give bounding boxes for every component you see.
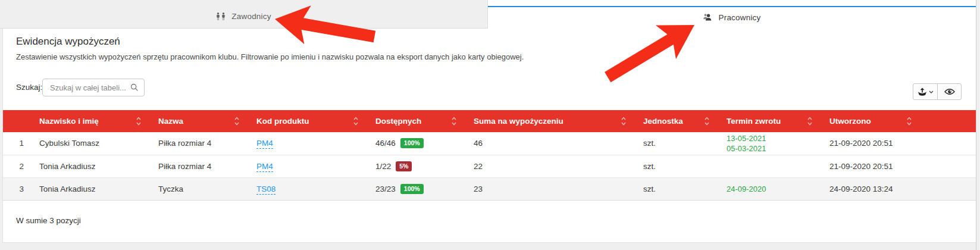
search-label: Szukaj: (16, 83, 42, 92)
tab-zawodnicy[interactable]: Zawodnicy (0, 0, 488, 29)
due-date: 05-03-2021 (727, 143, 818, 154)
sort-icon (705, 117, 709, 126)
table-row: 3 Tonia Arkadiusz Tyczka TS08 23/23100% … (3, 177, 976, 200)
cell-created: 24-09-2020 13:24 (818, 177, 917, 200)
page: Zawodnicy Pracownicy Ewidencja wypożycze… (0, 0, 980, 250)
cell-created: 21-09-2020 20:51 (818, 132, 917, 155)
due-date: 13-05-2021 (727, 133, 818, 143)
cell-unit: szt. (631, 177, 715, 200)
column-header-utworzono[interactable]: Utworzono (818, 110, 917, 132)
page-subtitle: Zestawienie wszystkich wypożyczeń sprzęt… (16, 52, 524, 61)
table-row: 1 Cybulski Tomasz Piłka rozmiar 4 PM4 46… (3, 132, 976, 155)
cell-sum: 22 (462, 155, 631, 177)
chevron-down-icon (929, 90, 934, 93)
cell-available: 46/46 (375, 139, 396, 148)
sort-icon (807, 117, 812, 126)
row-index: 3 (3, 177, 27, 200)
product-code-link[interactable]: PM4 (256, 139, 273, 149)
sort-icon (353, 117, 358, 126)
cell-unit: szt. (631, 132, 715, 155)
cell-due-dates: 13-05-2021 05-03-2021 (715, 132, 818, 155)
cell-due-dates: 24-09-2020 (715, 177, 818, 200)
search-icon (130, 83, 139, 92)
sort-icon (136, 117, 141, 126)
cell-due-dates (715, 155, 818, 177)
sort-icon (907, 117, 912, 126)
tab-pracownicy-label: Pracownicy (718, 13, 760, 22)
table-row: 2 Tonia Arkadiusz Piłka rozmiar 4 PM4 1/… (3, 155, 976, 177)
cell-sum: 23 (462, 177, 631, 200)
due-date: 24-09-2020 (727, 184, 818, 194)
cell-name: Tonia Arkadiusz (27, 177, 146, 200)
sort-icon (452, 117, 456, 126)
availability-badge: 5% (396, 161, 412, 171)
cell-name: Tonia Arkadiusz (27, 155, 146, 177)
column-header-nazwa[interactable]: Nazwa (146, 110, 245, 132)
search-box (42, 79, 145, 96)
active-tab-indicator (488, 6, 976, 7)
table-header-row: Nazwisko i imię Nazwa Kod produktu Dostę… (3, 110, 976, 132)
product-code-link[interactable]: PM4 (256, 162, 273, 172)
cell-product: Piłka rozmiar 4 (146, 132, 245, 155)
sort-icon (234, 117, 239, 126)
cell-available: 23/23 (375, 185, 396, 193)
column-header-nazwisko[interactable]: Nazwisko i imię (27, 110, 146, 132)
sort-icon (621, 117, 626, 126)
search-input[interactable] (50, 79, 127, 96)
cell-product: Tyczka (146, 177, 245, 200)
availability-badge: 100% (400, 184, 424, 194)
page-right-edge (976, 0, 976, 250)
eye-icon (944, 88, 955, 95)
cell-created: 21-09-2020 20:51 (818, 155, 917, 177)
summary-text: W sumie 3 pozycji (3, 200, 976, 241)
cell-name: Cybulski Tomasz (27, 132, 146, 155)
tab-zawodnicy-label: Zawodnicy (231, 12, 271, 21)
column-header-dostepnych[interactable]: Dostępnych (364, 110, 462, 132)
cell-unit: szt. (631, 155, 715, 177)
product-code-link[interactable]: TS08 (256, 185, 275, 195)
visibility-button[interactable] (937, 84, 961, 99)
column-header-jednostka[interactable]: Jednostka (631, 110, 715, 132)
players-icon (216, 12, 226, 21)
table-toolbar (913, 83, 962, 100)
loans-table: Nazwisko i imię Nazwa Kod produktu Dostę… (3, 110, 976, 201)
row-index: 1 (3, 132, 27, 155)
export-button[interactable] (913, 84, 937, 99)
content-panel: Ewidencja wypożyczeń Zestawienie wszystk… (2, 29, 976, 243)
column-header-filler (917, 110, 976, 132)
row-index: 2 (3, 155, 27, 177)
page-title: Ewidencja wypożyczeń (16, 36, 120, 48)
column-header-index (3, 110, 27, 132)
column-header-termin[interactable]: Termin zwrotu (715, 110, 818, 132)
cell-product: Piłka rozmiar 4 (146, 155, 245, 177)
export-icon (918, 88, 927, 96)
column-header-suma[interactable]: Suma na wypożyczeniu (462, 110, 631, 132)
cell-available: 1/22 (375, 162, 391, 171)
cell-sum: 46 (462, 132, 631, 155)
tab-pracownicy[interactable]: Pracownicy (488, 0, 976, 29)
column-header-kod[interactable]: Kod produktu (245, 110, 364, 132)
employees-icon (703, 13, 713, 21)
availability-badge: 100% (400, 138, 424, 148)
